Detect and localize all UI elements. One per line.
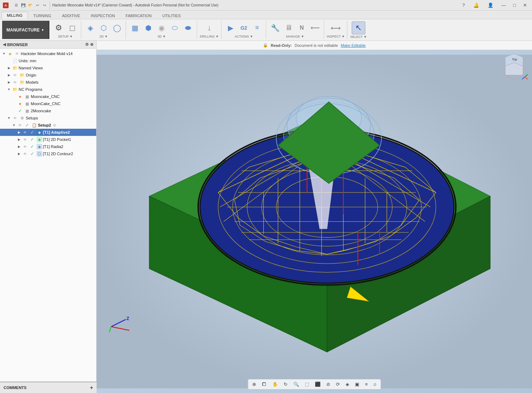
drilling-btn[interactable]: ↓ bbox=[203, 22, 216, 34]
eye-icon-root[interactable]: 👁 bbox=[14, 51, 20, 57]
nav-pan-btn[interactable]: ✋ bbox=[270, 380, 280, 388]
tree-item-units[interactable]: 📄 Units: mm bbox=[0, 57, 96, 64]
2d-icon2: ⬡ bbox=[99, 23, 109, 33]
notifications-btn[interactable]: 🔔 bbox=[470, 2, 482, 9]
browser-expand-icon[interactable]: ⊕ bbox=[90, 42, 93, 47]
tree-item-radia2[interactable]: ▶ 👁 ✓ ◈ [T1] Radia2 bbox=[0, 143, 96, 150]
nav-display-btn[interactable]: ⬛ bbox=[313, 380, 323, 388]
toolbar-buttons: MANUFACTURE ▼ ⚙ ◻ SETUP ▼ bbox=[0, 19, 532, 41]
2d-btn3[interactable]: ◯ bbox=[111, 22, 123, 34]
3d-btn1[interactable]: ▦ bbox=[129, 22, 142, 34]
make-editable-button[interactable]: Make Editable bbox=[341, 43, 366, 48]
origin-arrow[interactable]: ▶ bbox=[6, 73, 11, 77]
redo-button[interactable]: ↪ bbox=[41, 2, 48, 9]
nav-align-btn[interactable]: ≡ bbox=[363, 380, 370, 388]
eye-icon-pocket1[interactable]: 👁 bbox=[22, 137, 28, 142]
new-button[interactable]: ☰ bbox=[13, 2, 19, 9]
comments-expand-icon[interactable]: + bbox=[90, 385, 93, 390]
tree-item-pocket1[interactable]: ▶ 👁 ✓ ◈ [T1] 2D Pocket1 bbox=[0, 136, 96, 143]
nav-materials-btn[interactable]: ◈ bbox=[343, 380, 351, 388]
tree-item-named-views[interactable]: ▶ 📁 Named Views bbox=[0, 64, 96, 72]
models-arrow[interactable]: ▶ bbox=[6, 80, 11, 84]
3d-btn2[interactable]: ⬢ bbox=[142, 22, 155, 34]
tab-turning[interactable]: TURNING bbox=[28, 12, 57, 19]
2d-btn2[interactable]: ⬡ bbox=[97, 22, 110, 34]
tab-inspection[interactable]: INSPECTION bbox=[86, 12, 120, 19]
tree-item-adaptive2[interactable]: ▶ 👁 ✓ ◈ [T1] Adaptive2 bbox=[0, 129, 96, 136]
root-arrow[interactable]: ▼ bbox=[1, 52, 6, 55]
tree-item-setups[interactable]: ▼ 👁 ⚙ Setups bbox=[0, 114, 96, 122]
viewport[interactable]: Top bbox=[97, 50, 532, 393]
3d-btn3[interactable]: ◉ bbox=[155, 22, 168, 34]
nav-refresh-btn[interactable]: ⟳ bbox=[334, 380, 342, 388]
nav-fit-btn[interactable]: ⧠ bbox=[260, 380, 269, 388]
eye-icon-models[interactable]: 👁 bbox=[12, 79, 18, 85]
select-btn[interactable]: ↖ bbox=[352, 21, 365, 34]
nav-filter-btn[interactable]: ⌽ bbox=[371, 380, 379, 388]
tree-item-mooncake-cnc1[interactable]: ● ▦ Mooncake_CNC bbox=[0, 93, 96, 100]
eye-icon-contour2[interactable]: 👁 bbox=[22, 151, 28, 157]
tree-item-mooncake-cnc2[interactable]: ● ▦ MoonCake_CNC bbox=[0, 100, 96, 107]
tree-item-origin[interactable]: ▶ 👁 📁 Origin bbox=[0, 72, 96, 79]
manage-btn4[interactable]: ⟵ bbox=[309, 22, 322, 34]
manage-btn1[interactable]: 🔧 bbox=[269, 22, 282, 34]
browser-settings-icon[interactable]: ⚙ bbox=[85, 42, 89, 47]
manufacture-button[interactable]: MANUFACTURE ▼ bbox=[2, 21, 49, 39]
tree-item-contour2[interactable]: ▶ 👁 ✓ ⬡ [T1] 2D Contour2 bbox=[0, 150, 96, 157]
nav-zoom-btn[interactable]: 🔍 bbox=[291, 380, 301, 388]
manage-btn3[interactable]: N bbox=[296, 22, 308, 34]
nav-orbit-btn[interactable]: ↻ bbox=[282, 380, 290, 388]
3d-btn4[interactable]: ⬭ bbox=[169, 22, 181, 34]
tree-item-models[interactable]: ▶ 👁 📁 Models bbox=[0, 79, 96, 86]
actions-btn2[interactable]: G2 bbox=[238, 22, 250, 34]
radia2-arrow[interactable]: ▶ bbox=[16, 145, 21, 148]
tab-milling[interactable]: MILLING bbox=[1, 12, 28, 19]
actions-btn1[interactable]: ▶ bbox=[224, 22, 237, 34]
setup2-arrow[interactable]: ▼ bbox=[11, 123, 16, 127]
tree-item-2mooncake[interactable]: ✓ ▦ 2Mooncake bbox=[0, 107, 96, 114]
manage-btn2[interactable]: 🖥 bbox=[282, 22, 295, 34]
contour2-arrow[interactable]: ▶ bbox=[16, 152, 21, 156]
eye-icon-setup2[interactable]: 👁 bbox=[17, 122, 23, 128]
nav-home-btn[interactable]: ⊕ bbox=[250, 380, 258, 388]
tab-utilities[interactable]: UTILITIES bbox=[157, 12, 186, 19]
help-btn[interactable]: ? bbox=[459, 2, 468, 9]
viewcube[interactable]: Top bbox=[500, 54, 528, 82]
nav-grid-btn[interactable]: ▣ bbox=[353, 380, 361, 388]
setup2-settings-icon[interactable]: ⚙ bbox=[52, 122, 58, 128]
open-button[interactable]: 📂 bbox=[27, 2, 34, 9]
3d-btn5[interactable]: ⬬ bbox=[182, 22, 195, 34]
tree-item-nc-programs[interactable]: ▼ 📁 NC Programs bbox=[0, 86, 96, 93]
pocket1-arrow[interactable]: ▶ bbox=[16, 138, 21, 141]
undo-button[interactable]: ↩ bbox=[34, 2, 41, 9]
eye-icon-radia2[interactable]: 👁 bbox=[22, 144, 28, 149]
eye-icon-adaptive2[interactable]: 👁 bbox=[22, 129, 28, 135]
maximize-button[interactable]: □ bbox=[511, 2, 518, 9]
setup-main-btn[interactable]: ⚙ bbox=[52, 22, 65, 34]
nav-view-btn[interactable]: ⬚ bbox=[303, 380, 311, 388]
eye-icon-setups[interactable]: 👁 bbox=[12, 115, 18, 121]
save-button[interactable]: 💾 bbox=[20, 2, 26, 9]
inspect-btn[interactable]: ⟷ bbox=[330, 22, 342, 34]
tab-fabrication[interactable]: FABRICATION bbox=[120, 12, 157, 19]
close-button[interactable]: ✕ bbox=[521, 2, 529, 9]
tree-item-root[interactable]: ▼ ◈ 👁 Hackster Mooncake Mold v14 bbox=[0, 50, 96, 57]
browser-collapse-icon[interactable]: ◀ bbox=[3, 42, 6, 47]
3d-icon3: ◉ bbox=[157, 23, 167, 33]
setup-sub-btn[interactable]: ◻ bbox=[66, 22, 79, 34]
minimize-button[interactable]: — bbox=[499, 2, 508, 9]
scene-viewport[interactable]: Z bbox=[97, 50, 532, 393]
2d-btn1[interactable]: ◈ bbox=[84, 22, 97, 34]
eye-icon-origin[interactable]: 👁 bbox=[12, 72, 18, 78]
nc-programs-arrow[interactable]: ▼ bbox=[6, 88, 11, 91]
nav-section-btn[interactable]: ⊘ bbox=[324, 380, 332, 388]
adaptive2-arrow[interactable]: ▶ bbox=[16, 131, 21, 134]
tab-additive[interactable]: ADDITIVE bbox=[57, 12, 86, 19]
tree-item-setup2[interactable]: ▼ 👁 ✓ 📋 Setup2 ⚙ bbox=[0, 122, 96, 129]
mooncake-cnc1-label: Mooncake_CNC bbox=[31, 94, 60, 99]
account-btn[interactable]: 👤 bbox=[485, 2, 496, 9]
named-views-arrow[interactable]: ▶ bbox=[6, 66, 11, 70]
actions-btn3[interactable]: ≡ bbox=[251, 22, 264, 34]
manage-group: 🔧 🖥 N ⟵ MANAGE ▼ bbox=[267, 21, 324, 39]
setups-arrow[interactable]: ▼ bbox=[6, 116, 11, 120]
